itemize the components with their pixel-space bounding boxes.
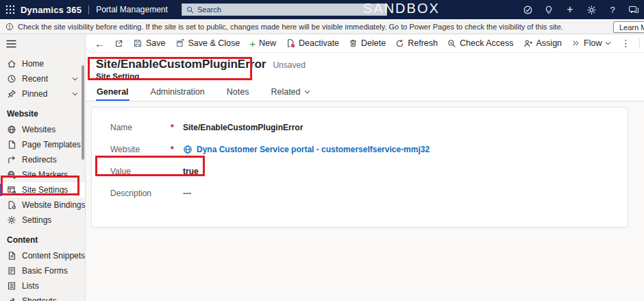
app-area-name[interactable]: Portal Management	[96, 5, 168, 14]
check-access-button[interactable]: Check Access	[443, 36, 519, 50]
hamburger-menu-icon[interactable]	[0, 34, 85, 53]
field-row-value: Value true	[110, 164, 628, 179]
learn-more-button[interactable]: Learn More	[613, 21, 644, 33]
app-launcher-waffle-icon[interactable]	[0, 0, 21, 19]
field-row-description: Description ---	[110, 186, 628, 201]
form-background: Name * Site/EnableCustomPluginError Webs…	[86, 101, 644, 301]
chevron-down-icon	[605, 41, 611, 45]
field-label: Description	[110, 189, 171, 198]
site-settings-icon	[7, 185, 16, 195]
flow-icon	[571, 39, 580, 47]
save-button[interactable]: Save	[128, 36, 171, 50]
sidebar-item-lists[interactable]: Lists	[0, 278, 85, 293]
save-close-icon	[175, 38, 185, 48]
description-field-value[interactable]: ---	[183, 189, 628, 198]
more-commands-button[interactable]: ⋮	[616, 36, 635, 50]
refresh-icon	[395, 39, 404, 48]
sidebar-item-site-settings[interactable]: Site Settings	[0, 182, 85, 197]
required-asterisk: *	[171, 145, 183, 154]
website-lookup-link[interactable]: Dyna Customer Service portal - customers…	[183, 145, 628, 154]
deactivate-icon	[286, 38, 295, 48]
chevron-down-icon	[72, 77, 78, 81]
search-input[interactable]: Search	[182, 3, 387, 16]
sidebar-group-website: Website	[0, 106, 85, 122]
record-header: Site/EnableCustomPluginError Unsaved Sit…	[86, 53, 644, 101]
field-label: Name	[110, 123, 171, 132]
sidebar-item-home[interactable]: Home	[0, 56, 85, 71]
tab-general[interactable]: General	[96, 85, 129, 101]
general-section-card: Name * Site/EnableCustomPluginError Webs…	[91, 107, 628, 228]
back-button[interactable]: ←	[90, 36, 110, 51]
sidebar-item-basic-forms[interactable]: Basic Forms	[0, 263, 85, 278]
chevron-down-icon	[304, 90, 310, 94]
sidebar-item-site-markers[interactable]: Site Markers	[0, 167, 85, 182]
sidebar-item-websites[interactable]: Websites	[0, 122, 85, 137]
tab-notes[interactable]: Notes	[226, 85, 250, 101]
refresh-button[interactable]: Refresh	[391, 36, 443, 50]
shortcut-arrow-icon	[7, 296, 16, 301]
field-label: Value	[110, 167, 171, 176]
form-icon	[7, 266, 16, 276]
topbar-icon-group: + ?	[521, 0, 640, 19]
name-field-value[interactable]: Site/EnableCustomPluginError	[183, 123, 628, 132]
site-visibility-banner: Check the site visibility before editing…	[0, 19, 644, 34]
sidebar-item-pinned[interactable]: Pinned	[0, 86, 85, 101]
sidebar-item-website-bindings[interactable]: Website Bindings	[0, 197, 85, 213]
field-label: Website	[110, 145, 171, 154]
main-content: ← Save Save & Close	[86, 34, 644, 301]
page-gear-icon	[7, 200, 16, 210]
form-tabs: General Administration Notes Related	[96, 85, 644, 101]
check-circle-icon[interactable]	[521, 3, 534, 16]
flow-button[interactable]: Flow	[567, 36, 616, 50]
new-record-plus-icon[interactable]: +	[564, 3, 576, 16]
globe-icon	[183, 145, 193, 154]
value-field-value[interactable]: true	[183, 167, 628, 176]
more-ellipsis-icon: ⋮	[621, 38, 630, 48]
globe-marker-icon	[7, 170, 16, 180]
save-and-close-button[interactable]: Save & Close	[171, 36, 245, 50]
lightbulb-icon[interactable]	[543, 3, 555, 16]
clock-icon	[7, 74, 16, 84]
sidebar-item-content-snippets[interactable]: Content Snippets	[0, 248, 85, 263]
save-icon	[133, 38, 143, 48]
site-map-sidebar: Home Recent Pinned	[0, 34, 86, 301]
app-title[interactable]: Dynamics 365	[21, 5, 82, 15]
commandbar-divider	[639, 38, 640, 49]
banner-message: Check the site visibility before editing…	[18, 23, 563, 31]
settings-gear-icon[interactable]	[585, 3, 597, 16]
sidebar-item-redirects[interactable]: Redirects	[0, 152, 85, 167]
sidebar-scrollbar[interactable]	[82, 65, 84, 160]
record-title: Site/EnableCustomPluginError	[96, 58, 266, 71]
sidebar-item-shortcuts[interactable]: Shortcuts	[0, 293, 85, 301]
deactivate-button[interactable]: Deactivate	[281, 36, 344, 50]
chevron-down-icon	[72, 92, 78, 96]
magnifier-key-icon	[447, 39, 456, 48]
sidebar-item-recent[interactable]: Recent	[0, 71, 85, 86]
popout-button[interactable]	[110, 37, 128, 50]
tab-related[interactable]: Related	[270, 85, 310, 101]
globe-icon	[7, 125, 16, 134]
info-icon	[5, 23, 14, 31]
app-window: Dynamics 365 Portal Management Search SA…	[0, 0, 644, 301]
tab-administration[interactable]: Administration	[150, 85, 206, 101]
unsaved-status-badge: Unsaved	[273, 60, 305, 70]
assign-person-icon	[523, 39, 533, 48]
topbar-divider	[88, 5, 89, 14]
pin-icon	[7, 89, 16, 99]
feedback-chat-icon[interactable]	[628, 3, 640, 16]
help-icon[interactable]: ?	[606, 3, 619, 16]
delete-button[interactable]: Delete	[344, 36, 391, 50]
environment-badge: SANDBOX	[363, 1, 486, 16]
sidebar-group-content: Content	[0, 232, 85, 248]
home-icon	[7, 59, 16, 69]
sidebar-item-settings[interactable]: Settings	[0, 213, 85, 228]
trash-icon	[349, 38, 358, 48]
field-row-name: Name * Site/EnableCustomPluginError	[110, 120, 628, 135]
top-navigation-bar: Dynamics 365 Portal Management Search SA…	[0, 0, 644, 19]
assign-button[interactable]: Assign	[519, 36, 567, 50]
content-snippet-icon	[7, 251, 16, 261]
page-icon	[7, 140, 16, 149]
sidebar-item-page-templates[interactable]: Page Templates	[0, 137, 85, 152]
new-button[interactable]: + New	[245, 36, 281, 51]
field-row-website: Website * Dyna Customer Service portal -…	[110, 142, 628, 157]
